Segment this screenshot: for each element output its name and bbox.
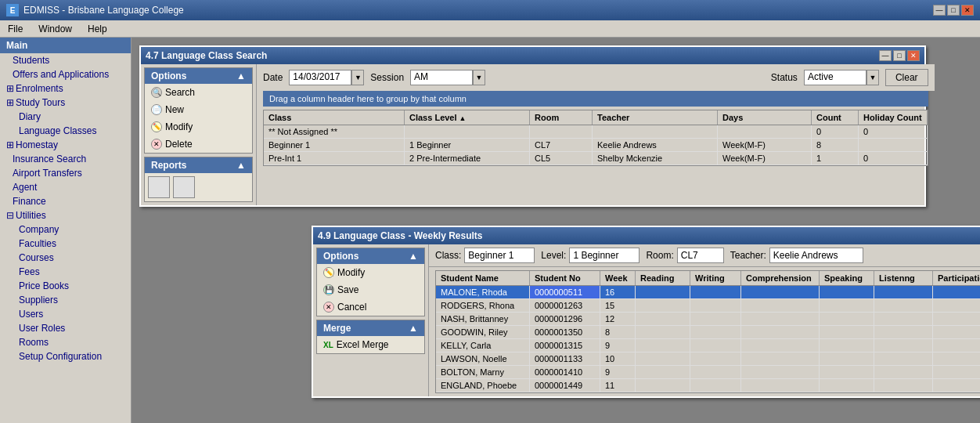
weekly-option-modify[interactable]: ✏️ Modify [317,264,424,281]
wcell-writing-1[interactable] [690,286,741,298]
search-win-minimize[interactable]: — [879,50,892,61]
weekly-option-save[interactable]: 💾 Save [317,281,424,298]
cell-days-1 [718,125,812,138]
sidebar-item-users[interactable]: Users [0,307,131,321]
table-row[interactable]: ** Not Assigned ** 0 0 [264,125,928,139]
date-input[interactable]: 14/03/2017 [289,70,351,85]
table-row[interactable]: RODGERS, Rhona 0000001263 15 [436,299,980,313]
sidebar-item-utilities[interactable]: ⊟ Utilities [0,208,131,222]
table-row[interactable]: GOODWIN, Riley 0000001350 8 [436,326,980,339]
sidebar-item-user-roles[interactable]: User Roles [0,321,131,335]
weekly-window-title: 4.9 Language Class - Weekly Results [318,230,483,241]
sidebar-item-fees[interactable]: Fees [0,265,131,279]
status-dropdown-arrow[interactable]: ▼ [867,70,879,85]
search-option-search[interactable]: 🔍 Search [145,84,252,101]
table-row[interactable]: LAWSON, Noelle 0000001133 10 [436,352,980,366]
wcol-speaking[interactable]: Speaking [820,271,874,285]
weekly-window: 4.9 Language Class - Weekly Results — □ … [312,226,980,398]
sidebar-item-faculties[interactable]: Faculties [0,237,131,251]
sidebar-item-students[interactable]: Students [0,53,131,67]
col-class[interactable]: Class [264,110,405,125]
date-selector[interactable]: 14/03/2017 ▼ [289,70,364,85]
sidebar-item-agent[interactable]: Agent [0,180,131,194]
date-dropdown-arrow[interactable]: ▼ [351,70,364,85]
sidebar-item-study-tours[interactable]: ⊞ Study Tours [0,96,131,110]
search-option-modify[interactable]: ✏️ Modify [145,118,252,136]
sidebar-item-diary[interactable]: Diary [0,110,131,124]
class-value-input[interactable] [464,248,535,263]
cell-days-3: Week(M-F) [718,152,812,164]
excel-icon: XL [323,341,333,349]
wcell-participation-1[interactable] [933,286,980,298]
app-body: Main Students Offers and Applications ⊞ … [0,38,980,423]
table-row[interactable]: KELLY, Carla 0000001315 9 [436,339,980,352]
menu-file[interactable]: File [3,22,27,36]
table-row[interactable]: NASH, Brittanney 0000001296 12 [436,313,980,326]
cell-count-2: 8 [812,139,859,151]
session-selector[interactable]: AM ▼ [410,70,485,85]
session-dropdown-arrow[interactable]: ▼ [473,70,485,85]
col-teacher[interactable]: Teacher [593,110,718,125]
table-row[interactable]: ENGLAND, Phoebe 0000001449 11 [436,379,980,392]
sidebar-item-language-classes[interactable]: Language Classes [0,124,131,138]
table-row[interactable]: MALONE, Rhoda 0000000511 16 [436,286,980,299]
room-value-input[interactable] [677,248,724,263]
sidebar-item-insurance[interactable]: Insurance Search [0,152,131,166]
cell-teacher-3: Shelby Mckenzie [593,152,718,164]
search-option-delete[interactable]: ✕ Delete [145,136,252,153]
report-btn-2[interactable] [173,176,195,198]
maximize-button[interactable]: □ [947,5,960,16]
col-class-level[interactable]: Class Level ▲ [405,110,530,125]
table-row[interactable]: Beginner 1 1 Beginner CL7 Keelie Andrews… [264,139,928,152]
weekly-options-header: Options ▲ [317,248,424,264]
col-days[interactable]: Days [718,110,812,125]
wcol-writing[interactable]: Writing [690,271,741,285]
wcol-participation[interactable]: Participation [933,271,980,285]
menu-window[interactable]: Window [34,22,77,36]
wcol-no[interactable]: Student No [530,271,600,285]
wcol-name[interactable]: Student Name [436,271,530,285]
search-option-new[interactable]: 📄 New [145,101,252,118]
sidebar-item-enrolments[interactable]: ⊞ Enrolments [0,81,131,96]
table-row[interactable]: BOLTON, Marny 0000001410 9 [436,366,980,379]
wcol-reading[interactable]: Reading [636,271,690,285]
level-value-input[interactable] [569,248,640,263]
status-selector[interactable]: Active ▼ [804,70,879,85]
search-win-maximize[interactable]: □ [893,50,906,61]
session-input[interactable]: AM [410,70,473,85]
col-holiday-count[interactable]: Holiday Count [859,110,928,125]
sidebar-item-courses[interactable]: Courses [0,251,131,265]
wcol-listening[interactable]: Listenng [874,271,933,285]
report-btn-1[interactable] [148,176,170,198]
sidebar-item-price-books[interactable]: Price Books [0,279,131,293]
search-window-title-bar: 4.7 Language Class Search — □ ✕ [141,47,924,64]
wcell-reading-1[interactable] [636,286,690,298]
sidebar-item-offers[interactable]: Offers and Applications [0,67,131,81]
sidebar-item-homestay[interactable]: ⊞ Homestay [0,138,131,152]
wcol-comprehension[interactable]: Comprehension [741,271,820,285]
col-room[interactable]: Room [530,110,593,125]
menu-help[interactable]: Help [83,22,112,36]
cell-class-1: ** Not Assigned ** [264,125,405,138]
sidebar-item-suppliers[interactable]: Suppliers [0,293,131,307]
wcell-speaking-1[interactable] [820,286,874,298]
search-win-close[interactable]: ✕ [907,50,920,61]
clear-button[interactable]: Clear [885,69,928,86]
sidebar-item-finance[interactable]: Finance [0,194,131,208]
table-row[interactable]: Pre-Int 1 2 Pre-Intermediate CL5 Shelby … [264,152,928,165]
sidebar-item-rooms[interactable]: Rooms [0,335,131,349]
status-input[interactable]: Active [804,70,867,85]
col-count[interactable]: Count [812,110,859,125]
sidebar-item-airport[interactable]: Airport Transfers [0,166,131,180]
excel-merge-item[interactable]: XL Excel Merge [317,336,424,353]
wcell-comp-1[interactable] [741,286,820,298]
wcell-listening-1[interactable] [874,286,933,298]
close-button[interactable]: ✕ [961,5,974,16]
teacher-value-input[interactable] [769,248,863,263]
wcol-week[interactable]: Week [600,271,636,285]
weekly-option-cancel[interactable]: ✕ Cancel [317,298,424,316]
sidebar-item-company[interactable]: Company [0,222,131,237]
sidebar-item-setup-config[interactable]: Setup Configuration [0,349,131,363]
minimize-button[interactable]: — [933,5,946,16]
cell-days-2: Week(M-F) [718,139,812,151]
